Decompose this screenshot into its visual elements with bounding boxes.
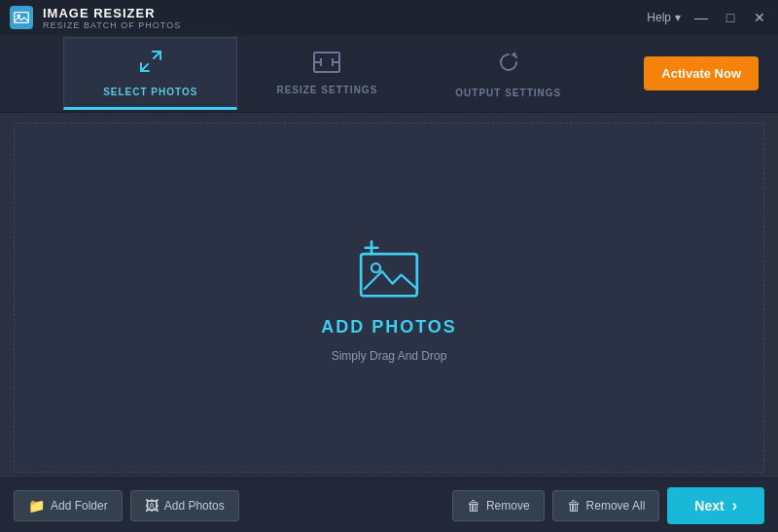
remove-all-label: Remove All [586,499,646,513]
tab-output-settings[interactable]: OUTPUT SETTINGS [416,37,600,110]
title-text-block: IMAGE RESIZER RESIZE BATCH OF PHOTOS [43,6,181,30]
app-title: IMAGE RESIZER [43,6,181,20]
app-window: IMAGE RESIZER RESIZE BATCH OF PHOTOS Hel… [0,0,778,532]
remove-all-icon: 🗑 [567,498,581,514]
next-label: Next [694,498,724,514]
bottom-bar: 📁 Add Folder 🖼 Add Photos 🗑 Remove 🗑 Rem… [0,478,778,532]
output-settings-icon [495,49,522,82]
select-photos-icon [137,48,164,81]
maximize-button[interactable]: □ [722,9,739,26]
tab-output-settings-label: OUTPUT SETTINGS [455,88,561,98]
title-left: IMAGE RESIZER RESIZE BATCH OF PHOTOS [10,6,181,30]
add-folder-label: Add Folder [51,499,108,513]
svg-point-6 [371,263,380,271]
tab-bar: SELECT PHOTOS RESIZE SETTINGS [0,35,778,113]
remove-all-button[interactable]: 🗑 Remove All [552,490,660,521]
next-chevron-icon: › [732,497,737,514]
svg-rect-5 [361,254,417,296]
title-right: Help ▾ — □ ✕ [647,9,768,26]
next-button[interactable]: Next › [667,487,764,524]
resize-settings-icon [313,52,340,79]
add-photos-button[interactable]: 🖼 Add Photos [130,490,239,521]
tabs-container: SELECT PHOTOS RESIZE SETTINGS [19,37,644,110]
close-button[interactable]: ✕ [751,9,768,26]
add-photos-label: Add Photos [164,499,225,513]
remove-button[interactable]: 🗑 Remove [452,490,545,521]
drop-area[interactable]: ADD PHOTOS Simply Drag And Drop [14,123,764,473]
folder-icon: 📁 [28,498,45,514]
add-photos-icon [345,233,433,305]
tab-resize-settings-label: RESIZE SETTINGS [276,85,377,95]
svg-rect-0 [15,13,28,23]
add-photo-icon: 🖼 [145,498,159,514]
bottom-left-actions: 📁 Add Folder 🖼 Add Photos [14,490,239,521]
drag-drop-label: Simply Drag And Drop [332,349,447,363]
activate-now-button[interactable]: Activate Now [644,56,759,90]
minimize-button[interactable]: — [692,9,710,26]
tab-resize-settings[interactable]: RESIZE SETTINGS [237,37,416,110]
add-folder-button[interactable]: 📁 Add Folder [14,490,123,521]
title-bar: IMAGE RESIZER RESIZE BATCH OF PHOTOS Hel… [0,0,778,35]
remove-icon: 🗑 [467,498,480,514]
tab-select-photos[interactable]: SELECT PHOTOS [63,37,237,110]
help-button[interactable]: Help ▾ [647,11,681,24]
app-icon [10,6,33,29]
remove-label: Remove [486,499,530,513]
app-subtitle: RESIZE BATCH OF PHOTOS [43,20,181,30]
bottom-right-actions: 🗑 Remove 🗑 Remove All Next › [452,487,764,524]
add-photos-label: ADD PHOTOS [321,317,457,337]
tab-select-photos-label: SELECT PHOTOS [103,87,197,97]
